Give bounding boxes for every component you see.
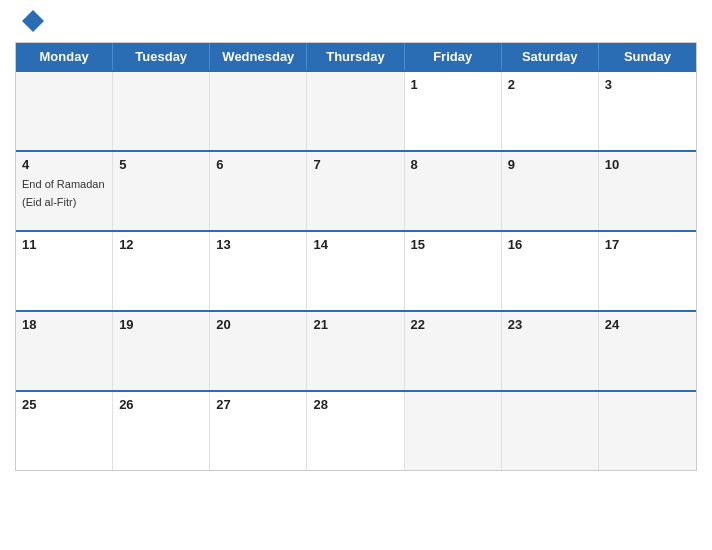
day-number: 25	[22, 397, 106, 412]
day-number: 17	[605, 237, 690, 252]
week-row: 4End of Ramadan (Eid al-Fitr)5678910	[16, 150, 696, 230]
day-number: 22	[411, 317, 495, 332]
day-cell: 27	[210, 392, 307, 470]
logo-diamond-icon	[22, 10, 44, 32]
day-header-sunday: Sunday	[599, 43, 696, 70]
day-cell: 4End of Ramadan (Eid al-Fitr)	[16, 152, 113, 230]
day-number: 27	[216, 397, 300, 412]
day-cell: 11	[16, 232, 113, 310]
day-number: 20	[216, 317, 300, 332]
calendar-grid: MondayTuesdayWednesdayThursdayFridaySatu…	[15, 42, 697, 471]
day-cell: 2	[502, 72, 599, 150]
day-cell: 3	[599, 72, 696, 150]
day-cell: 5	[113, 152, 210, 230]
day-number: 21	[313, 317, 397, 332]
day-cell	[502, 392, 599, 470]
day-number: 9	[508, 157, 592, 172]
day-cell: 24	[599, 312, 696, 390]
week-row: 18192021222324	[16, 310, 696, 390]
day-cell: 7	[307, 152, 404, 230]
day-number: 28	[313, 397, 397, 412]
logo	[20, 10, 46, 32]
day-cell: 22	[405, 312, 502, 390]
calendar-header	[15, 10, 697, 32]
day-cell: 23	[502, 312, 599, 390]
day-number: 13	[216, 237, 300, 252]
week-row: 11121314151617	[16, 230, 696, 310]
day-header-monday: Monday	[16, 43, 113, 70]
day-number: 24	[605, 317, 690, 332]
day-cell: 1	[405, 72, 502, 150]
weeks-container: 1234End of Ramadan (Eid al-Fitr)56789101…	[16, 70, 696, 470]
day-number: 11	[22, 237, 106, 252]
day-header-saturday: Saturday	[502, 43, 599, 70]
day-cell: 14	[307, 232, 404, 310]
day-cell	[210, 72, 307, 150]
day-cell	[113, 72, 210, 150]
day-number: 19	[119, 317, 203, 332]
day-number: 5	[119, 157, 203, 172]
day-number: 15	[411, 237, 495, 252]
day-cell: 20	[210, 312, 307, 390]
day-cell: 19	[113, 312, 210, 390]
day-cell: 26	[113, 392, 210, 470]
day-cell: 13	[210, 232, 307, 310]
day-cell: 28	[307, 392, 404, 470]
day-cell	[16, 72, 113, 150]
day-number: 14	[313, 237, 397, 252]
day-cell: 21	[307, 312, 404, 390]
day-cell	[405, 392, 502, 470]
day-header-wednesday: Wednesday	[210, 43, 307, 70]
day-number: 8	[411, 157, 495, 172]
day-cell: 15	[405, 232, 502, 310]
day-cell: 18	[16, 312, 113, 390]
day-number: 16	[508, 237, 592, 252]
day-headers-row: MondayTuesdayWednesdayThursdayFridaySatu…	[16, 43, 696, 70]
day-cell: 17	[599, 232, 696, 310]
day-number: 6	[216, 157, 300, 172]
day-header-thursday: Thursday	[307, 43, 404, 70]
day-cell: 6	[210, 152, 307, 230]
day-number: 23	[508, 317, 592, 332]
day-number: 1	[411, 77, 495, 92]
day-cell: 12	[113, 232, 210, 310]
day-number: 7	[313, 157, 397, 172]
calendar-wrapper: MondayTuesdayWednesdayThursdayFridaySatu…	[0, 0, 712, 550]
day-cell	[599, 392, 696, 470]
day-cell: 16	[502, 232, 599, 310]
day-number: 18	[22, 317, 106, 332]
day-cell	[307, 72, 404, 150]
day-header-friday: Friday	[405, 43, 502, 70]
day-number: 12	[119, 237, 203, 252]
day-number: 2	[508, 77, 592, 92]
day-cell: 10	[599, 152, 696, 230]
week-row: 123	[16, 70, 696, 150]
day-cell: 8	[405, 152, 502, 230]
day-cell: 9	[502, 152, 599, 230]
day-number: 3	[605, 77, 690, 92]
day-number: 4	[22, 157, 106, 172]
day-number: 10	[605, 157, 690, 172]
day-cell: 25	[16, 392, 113, 470]
day-number: 26	[119, 397, 203, 412]
week-row: 25262728	[16, 390, 696, 470]
day-header-tuesday: Tuesday	[113, 43, 210, 70]
day-event: End of Ramadan (Eid al-Fitr)	[22, 178, 105, 208]
